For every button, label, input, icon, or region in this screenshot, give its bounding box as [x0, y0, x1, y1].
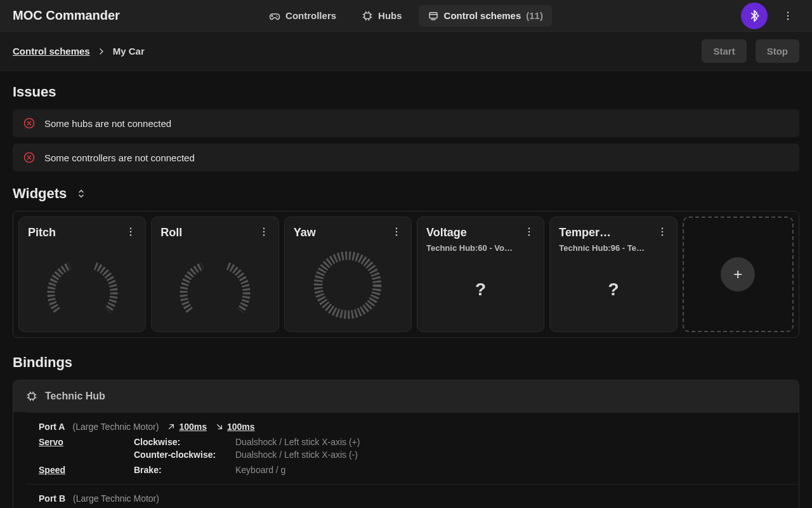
svg-point-13 — [396, 228, 397, 229]
svg-point-16 — [318, 255, 377, 314]
port-motor: (Large Technic Motor) — [73, 493, 159, 504]
error-icon — [23, 117, 36, 130]
svg-point-22 — [661, 234, 662, 236]
chevron-right-icon — [96, 46, 107, 57]
breadcrumb: Control schemes My Car — [13, 46, 145, 57]
widget-voltage: Voltage Technic Hub:60 - Vo… ? — [417, 217, 544, 332]
widget-subtitle: Technic Hub:60 - Vo… — [426, 243, 535, 253]
bluetooth-icon — [748, 10, 761, 22]
widgets-heading: Widgets — [13, 185, 67, 202]
svg-rect-1 — [429, 12, 437, 18]
more-vert-icon — [657, 226, 668, 237]
arrow-up-right-icon — [166, 422, 176, 432]
mapping-key: Brake: — [134, 465, 235, 475]
widget-value: ? — [608, 279, 619, 300]
svg-point-15 — [396, 234, 397, 236]
widget-temperature: Temper… Technic Hub:96 - Te… ? — [549, 217, 677, 332]
widget-gauge — [294, 243, 402, 326]
ramp-up-link[interactable]: 100ms — [166, 422, 207, 432]
widgets-toggle-button[interactable] — [75, 188, 87, 199]
svg-point-11 — [263, 231, 264, 232]
issue-text: Some controllers are not connected — [44, 152, 195, 163]
nav-hubs[interactable]: Hubs — [353, 5, 411, 27]
nav-control-schemes[interactable]: Control schemes (11) — [419, 5, 552, 27]
nav-schemes-count: (11) — [526, 10, 543, 21]
svg-point-8 — [130, 231, 131, 232]
more-vert-icon — [258, 226, 270, 237]
svg-point-19 — [528, 234, 530, 236]
chip-icon — [362, 10, 373, 22]
more-vert-icon — [782, 10, 794, 22]
widget-title: Pitch — [28, 226, 56, 239]
widget-pitch: Pitch — [18, 217, 146, 332]
widget-yaw: Yaw — [284, 217, 412, 332]
breadcrumb-parent-link[interactable]: Control schemes — [13, 46, 90, 57]
svg-point-20 — [661, 228, 662, 229]
mapping-value: Dualshock / Left stick X-axis (+) — [235, 437, 360, 447]
widget-value: ? — [475, 279, 486, 300]
bluetooth-connect-button[interactable] — [741, 3, 768, 29]
widget-roll: Roll — [151, 217, 278, 332]
unfold-icon — [75, 188, 87, 199]
issue-row: Some controllers are not connected — [13, 144, 799, 171]
mapping-value: Dualshock / Left stick X-axis (-) — [235, 450, 360, 460]
widget-gauge — [160, 243, 269, 326]
more-vert-icon — [523, 226, 535, 237]
bindings-panel: Technic Hub Port A (Large Technic Motor)… — [13, 380, 799, 508]
widget-more-button[interactable] — [391, 226, 402, 239]
svg-point-10 — [263, 228, 264, 229]
svg-point-4 — [787, 18, 789, 20]
svg-point-3 — [787, 15, 789, 16]
add-widget-button[interactable]: + — [721, 257, 755, 291]
widget-subtitle: Technic Hub:96 - Te… — [559, 243, 667, 253]
svg-point-17 — [528, 228, 530, 229]
binding-port-a: Port A (Large Technic Motor) 100ms 100ms… — [26, 412, 799, 484]
ramp-down-link[interactable]: 100ms — [214, 422, 255, 432]
gamepad-icon — [269, 10, 280, 22]
widget-title: Yaw — [294, 226, 316, 239]
widget-title: Roll — [160, 226, 182, 239]
stop-button[interactable]: Stop — [756, 39, 799, 63]
svg-point-12 — [263, 234, 264, 236]
svg-rect-0 — [365, 13, 370, 18]
binding-port-b: Port B (Large Technic Motor) Speed Forwa… — [26, 484, 799, 508]
port-motor: (Large Technic Motor) — [72, 422, 159, 432]
mapping-key: Clockwise: — [134, 437, 235, 447]
issue-text: Some hubs are not connected — [44, 118, 171, 129]
sub-navbar: Control schemes My Car Start Stop — [0, 32, 812, 71]
start-button[interactable]: Start — [702, 39, 746, 63]
svg-point-2 — [787, 11, 789, 13]
svg-point-21 — [661, 231, 662, 232]
issue-row: Some hubs are not connected — [13, 109, 799, 137]
top-navbar: MOC Commander Controllers Hubs Control s… — [0, 0, 812, 32]
widget-title: Temper… — [559, 226, 611, 239]
widget-title: Voltage — [426, 226, 467, 239]
widget-more-button[interactable] — [657, 226, 668, 239]
widgets-grid: Pitch Roll Yaw — [13, 211, 799, 338]
svg-point-18 — [528, 231, 530, 232]
scheme-icon — [428, 10, 439, 22]
nav-hubs-label: Hubs — [378, 10, 402, 21]
mapping-value: Keyboard / g — [235, 465, 285, 475]
widget-gauge — [28, 243, 136, 326]
app-more-button[interactable] — [776, 4, 799, 27]
arrow-down-right-icon — [214, 422, 225, 432]
widget-more-button[interactable] — [523, 226, 535, 239]
binding-hub-header[interactable]: Technic Hub — [13, 380, 799, 412]
binding-mode-link[interactable]: Speed — [39, 465, 65, 475]
binding-hub-name: Technic Hub — [45, 391, 105, 402]
svg-point-9 — [130, 234, 131, 236]
port-name: Port B — [39, 493, 65, 504]
bindings-heading: Bindings — [13, 354, 799, 371]
widget-more-button[interactable] — [258, 226, 270, 239]
issues-heading: Issues — [13, 84, 799, 100]
mapping-key: Counter-clockwise: — [134, 450, 235, 460]
widget-more-button[interactable] — [125, 226, 136, 239]
error-icon — [23, 151, 36, 164]
nav-controllers[interactable]: Controllers — [260, 5, 345, 27]
add-widget-card[interactable]: + — [683, 217, 794, 332]
svg-point-7 — [130, 228, 131, 229]
binding-mode-link[interactable]: Servo — [39, 437, 63, 447]
port-name: Port A — [39, 422, 65, 432]
app-title: MOC Commander — [13, 8, 120, 23]
